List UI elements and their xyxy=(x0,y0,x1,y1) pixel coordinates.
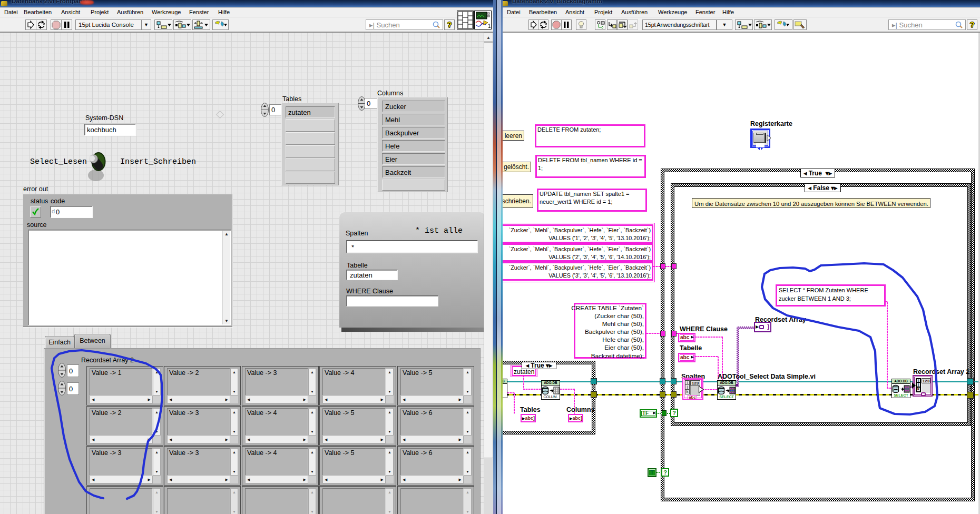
svg-text:1: 1 xyxy=(488,23,491,29)
